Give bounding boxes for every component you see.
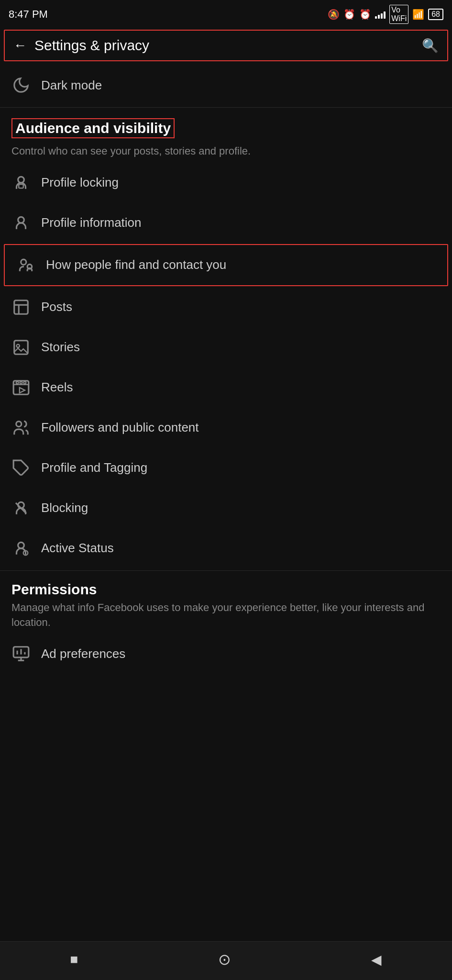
posts-icon xyxy=(11,298,31,317)
how-people-find-item[interactable]: How people find and contact you xyxy=(4,244,448,286)
active-status-item[interactable]: Active Status xyxy=(0,528,452,568)
audience-title: Audience and visibility xyxy=(11,118,175,138)
dark-mode-icon xyxy=(11,76,31,95)
nav-home-button[interactable]: ⊙ xyxy=(218,950,231,969)
profile-tagging-item[interactable]: Profile and Tagging xyxy=(0,448,452,488)
signal-bar-2 xyxy=(378,15,380,19)
svg-rect-1 xyxy=(19,184,23,188)
followers-item[interactable]: Followers and public content xyxy=(0,408,452,448)
ad-preferences-icon xyxy=(11,644,31,663)
svg-point-13 xyxy=(20,381,22,384)
svg-point-14 xyxy=(24,381,26,384)
divider-2 xyxy=(0,570,452,571)
alarm-icon: ⏰ xyxy=(343,9,355,20)
posts-item[interactable]: Posts xyxy=(0,287,452,327)
signal-bar-4 xyxy=(384,11,386,19)
audience-subtitle: Control who can see your posts, stories … xyxy=(11,144,441,159)
blocking-label: Blocking xyxy=(41,501,88,515)
svg-point-2 xyxy=(18,217,24,223)
audience-section-header: Audience and visibility Control who can … xyxy=(0,110,452,163)
how-people-find-label: How people find and contact you xyxy=(46,257,226,272)
permissions-section-header: Permissions Manage what info Facebook us… xyxy=(0,573,452,634)
stories-icon xyxy=(11,338,31,357)
signal-bars xyxy=(375,10,386,19)
svg-point-0 xyxy=(18,177,24,183)
search-icon[interactable]: 🔍 xyxy=(422,38,439,54)
reels-item[interactable]: Reels xyxy=(0,368,452,408)
status-bar: 8:47 PM 🔕 ⏰ ⏰ VoWiFi 📶 68 xyxy=(0,0,452,28)
permissions-title: Permissions xyxy=(11,581,441,598)
divider-1 xyxy=(0,107,452,108)
ad-preferences-label: Ad preferences xyxy=(41,646,125,661)
how-people-find-icon xyxy=(16,256,35,275)
alarm2-icon: ⏰ xyxy=(359,9,371,20)
bottom-nav: ■ ⊙ ◀ xyxy=(0,941,452,980)
followers-label: Followers and public content xyxy=(41,420,199,435)
moon-icon xyxy=(12,76,30,94)
back-button[interactable]: ← xyxy=(13,38,27,53)
profile-tagging-label: Profile and Tagging xyxy=(41,460,147,475)
ad-preferences-item[interactable]: Ad preferences xyxy=(0,634,452,674)
reels-label: Reels xyxy=(41,380,73,395)
profile-locking-icon xyxy=(11,173,31,192)
followers-icon xyxy=(11,418,31,437)
profile-locking-item[interactable]: Profile locking xyxy=(0,163,452,203)
vowifi-icon: VoWiFi xyxy=(389,5,408,24)
active-status-icon xyxy=(11,539,31,558)
profile-locking-label: Profile locking xyxy=(41,175,119,190)
header-left: ← Settings & privacy xyxy=(13,37,149,54)
blocking-item[interactable]: Blocking xyxy=(0,488,452,528)
svg-point-12 xyxy=(16,381,19,384)
stories-item[interactable]: Stories xyxy=(0,327,452,368)
page-title: Settings & privacy xyxy=(34,37,149,54)
signal-bar-3 xyxy=(381,13,383,19)
nav-square-button[interactable]: ■ xyxy=(70,952,78,967)
header[interactable]: ← Settings & privacy 🔍 xyxy=(4,30,448,61)
profile-information-item[interactable]: Profile information xyxy=(0,203,452,243)
dark-mode-item[interactable]: Dark mode xyxy=(0,65,452,105)
active-status-label: Active Status xyxy=(41,541,114,556)
svg-rect-5 xyxy=(14,301,28,314)
svg-point-20 xyxy=(18,542,24,548)
battery-icon: 68 xyxy=(428,9,443,20)
svg-point-3 xyxy=(21,259,26,265)
permissions-subtitle: Manage what info Facebook uses to make y… xyxy=(11,601,441,630)
nav-back-button[interactable]: ◀ xyxy=(371,952,382,968)
reels-icon xyxy=(11,378,31,397)
signal-bar-1 xyxy=(375,16,377,19)
profile-information-icon xyxy=(11,213,31,233)
wifi-icon: 📶 xyxy=(412,9,424,20)
stories-label: Stories xyxy=(41,340,80,355)
svg-point-16 xyxy=(16,421,22,426)
posts-label: Posts xyxy=(41,300,72,314)
status-icons: 🔕 ⏰ ⏰ VoWiFi 📶 68 xyxy=(328,5,443,24)
blocking-icon xyxy=(11,499,31,518)
status-time: 8:47 PM xyxy=(9,8,48,21)
svg-point-9 xyxy=(17,344,20,347)
mute-icon: 🔕 xyxy=(328,9,340,20)
dark-mode-label: Dark mode xyxy=(41,78,102,93)
profile-information-label: Profile information xyxy=(41,215,142,230)
profile-tagging-icon xyxy=(11,458,31,478)
svg-marker-15 xyxy=(20,388,25,393)
